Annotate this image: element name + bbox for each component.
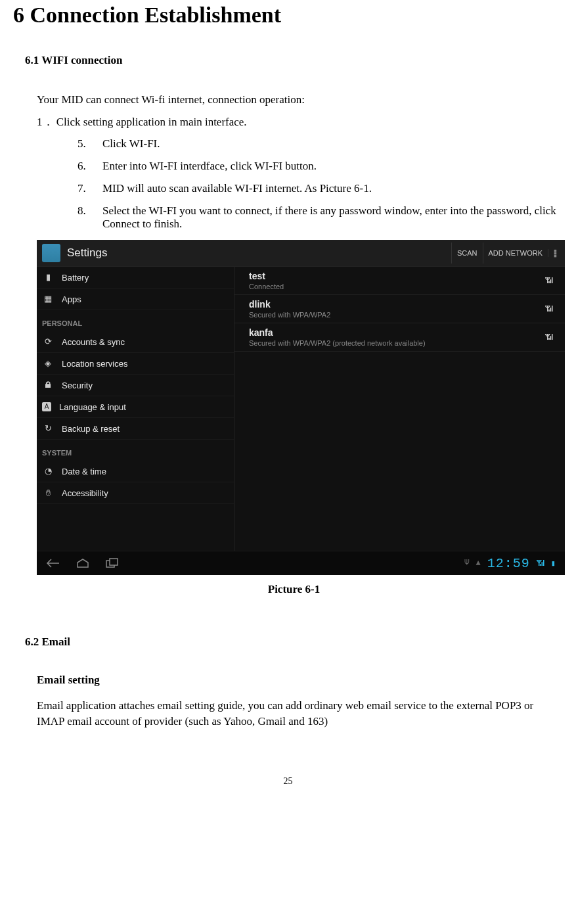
wifi-network-item[interactable]: kanfa Secured with WPA/WPA2 (protected n… <box>234 323 565 352</box>
wifi-network-item[interactable]: test Connected 📶︎ <box>234 267 565 295</box>
wifi-signal-icon: 📶︎ <box>545 276 553 286</box>
sidebar-item-label: Security <box>62 381 93 390</box>
status-battery-icon: ▮ <box>551 559 556 568</box>
substep-number: 8. <box>78 204 102 231</box>
location-icon: ◈ <box>42 359 54 368</box>
substep-number: 7. <box>78 182 102 195</box>
back-icon[interactable] <box>46 558 60 568</box>
sidebar-header-personal: PERSONAL <box>37 310 234 331</box>
wifi-status: Secured with WPA/WPA2 <box>249 311 330 319</box>
sidebar-item-label: Date & time <box>62 467 106 476</box>
wifi-status: Secured with WPA/WPA2 (protected network… <box>249 339 426 347</box>
email-subheading: Email setting <box>37 672 563 689</box>
substep: 6. Enter into WI-FI interdface, click WI… <box>78 160 563 173</box>
sidebar-item-apps[interactable]: ▦ Apps <box>37 289 234 310</box>
sidebar-header-system: SYSTEM <box>37 440 234 461</box>
sidebar-item-label: Battery <box>62 273 89 282</box>
email-paragraph: Email application attaches email setting… <box>37 698 563 730</box>
wifi-ssid: test <box>249 271 284 281</box>
substep-text: Enter into WI-FI interdface, click WI-FI… <box>102 160 563 173</box>
settings-sidebar: ▮ Battery ▦ Apps PERSONAL ⟳ Accounts & s… <box>37 267 234 551</box>
sidebar-item-security[interactable]: 🔒︎ Security <box>37 375 234 396</box>
wifi-network-list: test Connected 📶︎ dlink Secured with WPA… <box>234 267 565 551</box>
add-network-button[interactable]: ADD NETWORK <box>483 243 548 264</box>
svg-rect-1 <box>110 559 118 565</box>
sidebar-item-backup[interactable]: ↻ Backup & reset <box>37 418 234 440</box>
apps-icon: ▦ <box>42 294 54 304</box>
substep: 8. Select the WI-FI you want to connect,… <box>78 204 563 231</box>
substep-text: Click WI-FI. <box>102 137 563 150</box>
settings-app-icon <box>42 244 60 262</box>
overflow-menu-icon[interactable]: ▪▪▪ <box>548 249 562 257</box>
hand-icon: ✋︎ <box>42 488 54 497</box>
battery-icon: ▮ <box>42 273 54 282</box>
sidebar-item-location[interactable]: ◈ Location services <box>37 353 234 375</box>
clock-icon: ◔ <box>42 467 54 476</box>
recent-apps-icon[interactable] <box>105 558 120 568</box>
sync-icon: ⟳ <box>42 337 54 346</box>
substep-number: 6. <box>78 160 102 173</box>
home-icon[interactable] <box>76 558 89 568</box>
section-heading-email: 6.2 Email <box>25 635 563 649</box>
figure-6-1: Settings SCAN ADD NETWORK ▪▪▪ ▮ Battery … <box>37 240 565 575</box>
substep: 5. Click WI-FI. <box>78 137 563 150</box>
backup-icon: ↻ <box>42 424 54 433</box>
figure-caption: Picture 6-1 <box>25 583 563 596</box>
status-wifi-icon: 📶︎ <box>537 559 544 568</box>
sidebar-item-language[interactable]: A Language & input <box>37 396 234 418</box>
scan-button[interactable]: SCAN <box>451 243 483 264</box>
sidebar-item-accessibility[interactable]: ✋︎ Accessibility <box>37 482 234 504</box>
sidebar-item-datetime[interactable]: ◔ Date & time <box>37 461 234 482</box>
settings-header: Settings SCAN ADD NETWORK ▪▪▪ <box>37 240 565 267</box>
settings-app-title: Settings <box>67 246 107 260</box>
sidebar-item-label: Location services <box>62 359 127 368</box>
sidebar-item-label: Apps <box>62 295 81 304</box>
sidebar-item-label: Accessibility <box>62 489 108 497</box>
page-number: 25 <box>13 776 563 787</box>
sidebar-item-battery[interactable]: ▮ Battery <box>37 267 234 289</box>
wifi-status: Connected <box>249 283 284 290</box>
substep-number: 5. <box>78 137 102 150</box>
language-icon: A <box>42 402 51 411</box>
wifi-signal-lock-icon: 📶︎ <box>545 304 553 314</box>
substep: 7. MID will auto scan available WI-FI in… <box>78 182 563 195</box>
status-clock: 12:59 <box>487 556 530 571</box>
step-1-text: Click setting application in main interf… <box>56 116 247 128</box>
sidebar-item-label: Language & input <box>59 403 126 411</box>
sidebar-item-label: Backup & reset <box>62 425 120 433</box>
substep-text: Select the WI-FI you want to connect, if… <box>102 204 563 231</box>
wifi-network-item[interactable]: dlink Secured with WPA/WPA2 📶︎ <box>234 295 565 323</box>
sidebar-item-accounts-sync[interactable]: ⟳ Accounts & sync <box>37 331 234 353</box>
lock-icon: 🔒︎ <box>42 381 54 390</box>
page-title: 6 Connection Establishment <box>13 3 563 28</box>
usb-icon: Ψ <box>464 559 469 568</box>
intro-text: Your MID can connect Wi-fi internet, con… <box>37 93 563 106</box>
sidebar-item-label: Accounts & sync <box>62 338 125 346</box>
substep-text: MID will auto scan available WI-FI inter… <box>102 182 563 195</box>
step-1-number: 1． <box>37 116 54 128</box>
notification-icon: ▲ <box>476 559 481 568</box>
section-heading-wifi: 6.1 WIFI connection <box>25 54 563 67</box>
wifi-signal-lock-icon: 📶︎ <box>545 333 553 342</box>
wifi-ssid: dlink <box>249 299 330 310</box>
step-1: 1． Click setting application in main int… <box>37 114 563 129</box>
wifi-ssid: kanfa <box>249 327 426 338</box>
system-nav-bar: Ψ ▲ 12:59 📶︎ ▮ <box>37 551 565 575</box>
